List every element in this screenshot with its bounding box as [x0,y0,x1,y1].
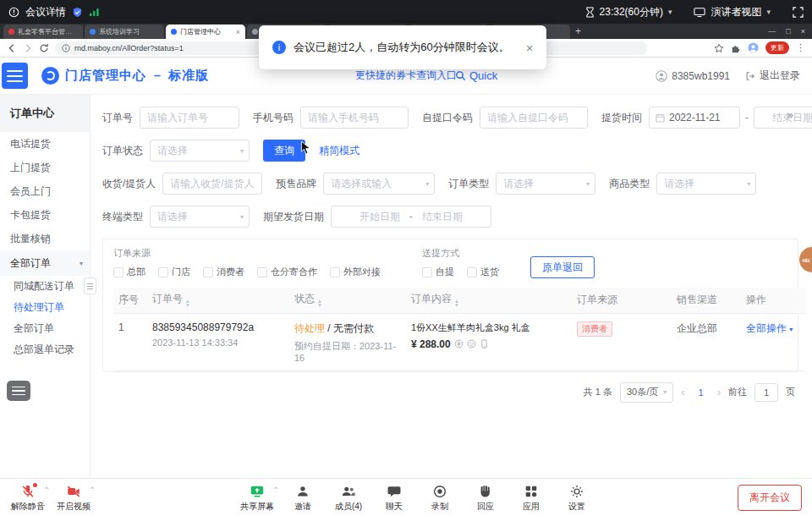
chevron-down-icon[interactable]: ▾ [668,8,672,16]
sort-icon[interactable]: ▲▼ [454,299,459,308]
tab-close-icon[interactable]: × [236,28,240,36]
window-maximize-icon[interactable]: □ [786,27,790,36]
weight-icon[interactable] [454,339,464,349]
quick-search[interactable]: Quick [455,69,497,82]
user-info[interactable]: 8385wb1991 [656,70,730,82]
order-status-select[interactable]: 请选择 ▾ [150,140,250,162]
source-checkbox[interactable]: 外部对接 [330,266,381,278]
network-signal-icon[interactable] [89,8,100,17]
collapse-filters-icon[interactable]: » [787,108,793,121]
phone-icon[interactable] [480,339,489,349]
next-page-icon[interactable]: › [717,386,721,398]
extensions-icon[interactable] [731,43,741,53]
goto-page-input[interactable] [754,383,778,402]
terminal-type-select[interactable]: 请选择 ▾ [150,206,250,228]
profile-avatar[interactable] [748,42,759,53]
goods-type-select[interactable]: 请选择 ▾ [656,173,756,195]
sidebar-item-walkin-pickup[interactable]: 上门提货 [0,156,90,179]
fullscreen-icon[interactable] [793,7,804,18]
record-button[interactable]: 录制 [417,482,463,513]
browser-tab[interactable]: 礼盒零售平台管理中心 [3,25,83,39]
browser-tab[interactable]: 系统培训学习 [85,25,164,39]
sidebar-item-all-orders[interactable]: 全部订单 [0,318,90,339]
simple-mode-link[interactable]: 精简模式 [319,144,359,158]
meeting-timer[interactable]: 23:32(60分钟) [600,5,663,19]
start-video-button[interactable]: ^ 开启视频 [51,482,96,513]
order-type-select[interactable]: 请选择 ▾ [496,173,595,195]
view-mode-label[interactable]: 演讲者视图 [710,5,761,19]
window-close-icon[interactable]: × [801,27,805,36]
sidebar-item-city-delivery[interactable]: 同城配送订单 [0,276,90,297]
reaction-button[interactable]: 回应 [463,482,508,513]
window-minimize-icon[interactable]: — [768,27,776,36]
receiver-input[interactable] [162,173,262,195]
order-no-input[interactable] [140,107,239,129]
chevron-up-icon[interactable]: ^ [91,485,94,492]
apps-button[interactable]: 应用 [508,482,554,513]
bookmark-star-icon[interactable] [714,43,724,53]
settings-button[interactable]: 设置 [554,482,600,513]
share-screen-button[interactable]: ^ 共享屏幕 [234,482,280,513]
original-return-button[interactable]: 原单退回 [530,256,595,278]
col-content[interactable]: 订单内容▲▼ [406,288,572,313]
site-info-icon[interactable] [62,44,70,52]
remark-icon[interactable] [467,339,476,349]
meeting-details-label[interactable]: 会议详情 [25,5,66,19]
sidebar-item-phone-pickup[interactable]: 电话提货 [0,132,90,156]
prev-page-icon[interactable]: ‹ [681,386,684,398]
col-action: 操作 [741,288,805,313]
coupon-query-link[interactable]: 更快捷的券卡查询入口 [355,69,457,83]
sidebar-item-batch-verify[interactable]: 批量核销 [0,227,90,250]
refresh-icon[interactable] [39,43,49,53]
expect-ship-range[interactable]: 开始日期 - 结束日期 [331,206,491,228]
phone-input[interactable] [300,107,409,129]
presale-brand-select[interactable]: 请选择或输入 ▾ [323,173,435,195]
sidebar-item-member-walkin[interactable]: 会员上门 [0,179,90,203]
sidebar-item-hq-returns[interactable]: 总部退单记录 [0,339,90,360]
menu-kebab-icon[interactable]: ⋮ [796,42,805,53]
invite-button[interactable]: 邀请 [280,482,326,513]
page-size-select[interactable]: 30条/页▾ [620,382,673,403]
sort-icon[interactable]: ▲▼ [185,299,190,308]
app-title: 门店管理中心 － 标准版 [65,68,209,84]
logout-icon [745,71,755,81]
hamburger-menu-icon[interactable] [2,63,28,89]
browser-tab-active[interactable]: 门店管理中心× [166,25,245,39]
chat-button[interactable]: 聊天 [371,482,417,513]
search-button[interactable]: 查询 [263,140,305,162]
delivery-checkbox[interactable]: 送货 [467,266,499,278]
shield-check-icon[interactable] [72,7,83,18]
source-checkbox[interactable]: 消费者 [203,266,244,278]
new-tab-button[interactable]: + [575,25,581,37]
leave-meeting-button[interactable]: 离开会议 [738,485,802,511]
delivery-checkbox[interactable]: 自提 [422,266,454,278]
all-actions-dropdown[interactable]: 全部操作 ▾ [746,322,793,334]
back-icon[interactable] [7,43,17,53]
pickup-start-date[interactable]: 2022-11-21 [649,107,740,129]
chevron-down-icon[interactable]: ▾ [766,8,771,16]
pickup-end-date[interactable]: 结束日期 [754,107,812,129]
col-order-id[interactable]: 订单号▲▼ [147,288,289,313]
sidebar-drag-handle[interactable] [84,277,96,294]
forward-icon[interactable] [23,43,33,53]
sidebar-item-card-pickup[interactable]: 卡包提货 [0,203,90,227]
col-status[interactable]: 状态▲▼ [289,288,406,313]
update-button[interactable]: 更新 [765,41,789,54]
logout-button[interactable]: 退出登录 [745,69,800,83]
toast-close-icon[interactable]: × [526,41,534,55]
sidebar-group-all-orders[interactable]: 全部订单 ▾ [0,250,90,276]
page-number[interactable]: 1 [693,383,710,402]
chevron-up-icon[interactable]: ^ [274,485,277,492]
sort-icon[interactable]: ▲▼ [317,299,322,308]
source-checkbox[interactable]: 仓分寄合作 [257,266,317,278]
unmute-button[interactable]: ^ 解除静音 [5,482,51,513]
sidebar-item-pending-orders[interactable]: 待处理订单 [0,297,90,318]
order-id[interactable]: 83859345088979792a [152,321,284,333]
chevron-up-icon[interactable]: ^ [45,485,48,492]
members-button[interactable]: 成员(4) [326,482,371,513]
source-checkbox[interactable]: 总部 [113,266,145,278]
pickup-code-input[interactable] [480,107,588,129]
meeting-info-icon[interactable] [8,7,19,18]
source-checkbox[interactable]: 门店 [158,266,190,278]
annotation-tool-button[interactable] [7,381,30,401]
